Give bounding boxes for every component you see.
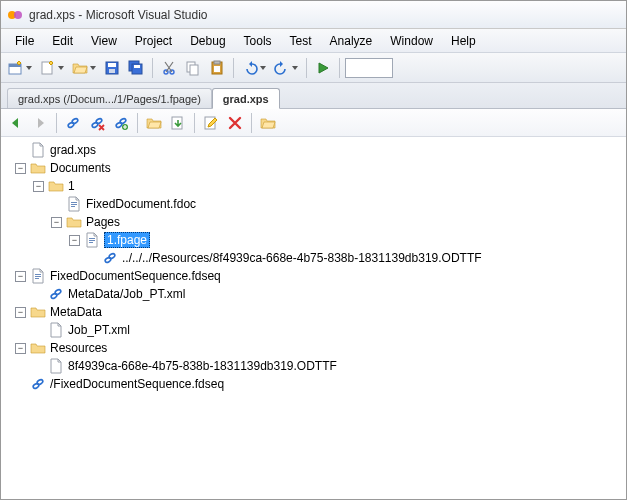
collapse-toggle[interactable]: − xyxy=(15,163,26,174)
delete-icon[interactable] xyxy=(224,112,246,134)
svg-rect-17 xyxy=(214,66,220,72)
doc-icon xyxy=(66,196,82,212)
collapse-toggle[interactable]: − xyxy=(15,307,26,318)
svg-point-34 xyxy=(108,253,115,259)
toggle-placeholder xyxy=(33,361,44,372)
separator xyxy=(56,113,57,133)
collapse-toggle[interactable]: − xyxy=(69,235,80,246)
menu-window[interactable]: Window xyxy=(382,32,441,50)
collapse-toggle[interactable]: − xyxy=(51,217,62,228)
folder-icon xyxy=(30,160,46,176)
toggle-placeholder xyxy=(15,145,26,156)
tree-node[interactable]: −Documents xyxy=(7,159,620,177)
paste-icon[interactable] xyxy=(206,57,228,79)
folder-icon xyxy=(30,304,46,320)
svg-rect-29 xyxy=(71,206,75,207)
separator xyxy=(194,113,195,133)
collapse-toggle[interactable]: − xyxy=(33,181,44,192)
start-icon[interactable] xyxy=(312,57,334,79)
svg-rect-35 xyxy=(35,274,41,275)
tree-node[interactable]: −Resources xyxy=(7,339,620,357)
doc-icon xyxy=(84,232,100,248)
collapse-toggle[interactable]: − xyxy=(15,343,26,354)
tree-node[interactable]: 8f4939ca-668e-4b75-838b-1831139db319.ODT… xyxy=(7,357,620,375)
export-icon[interactable] xyxy=(167,112,189,134)
save-all-icon[interactable] xyxy=(125,57,147,79)
menu-debug[interactable]: Debug xyxy=(182,32,233,50)
svg-rect-14 xyxy=(190,65,198,75)
link-icon xyxy=(48,286,64,302)
open-folder-icon[interactable] xyxy=(257,112,279,134)
tree-node[interactable]: −MetaData xyxy=(7,303,620,321)
tree-node[interactable]: FixedDocument.fdoc xyxy=(7,195,620,213)
folder-open-icon[interactable] xyxy=(143,112,165,134)
toggle-placeholder xyxy=(15,379,26,390)
menu-analyze[interactable]: Analyze xyxy=(322,32,381,50)
tree-node[interactable]: Job_PT.xml xyxy=(7,321,620,339)
tree-label: 1.fpage xyxy=(104,232,150,248)
tree-label: FixedDocumentSequence.fdseq xyxy=(50,269,221,283)
back-icon[interactable] xyxy=(5,112,27,134)
tab-inactive[interactable]: grad.xps (/Docum.../1/Pages/1.fpage) xyxy=(7,88,212,108)
file-icon xyxy=(48,322,64,338)
cut-icon[interactable] xyxy=(158,57,180,79)
collapse-toggle[interactable]: − xyxy=(15,271,26,282)
tree-node[interactable]: −1 xyxy=(7,177,620,195)
tree-node[interactable]: grad.xps xyxy=(7,141,620,159)
window-title: grad.xps - Microsoft Visual Studio xyxy=(29,8,208,22)
menu-project[interactable]: Project xyxy=(127,32,180,50)
tree-label: /FixedDocumentSequence.fdseq xyxy=(50,377,224,391)
svg-point-41 xyxy=(36,379,43,385)
new-project-icon[interactable] xyxy=(5,57,35,79)
tree-label: Resources xyxy=(50,341,107,355)
undo-icon[interactable] xyxy=(239,57,269,79)
menu-tools[interactable]: Tools xyxy=(236,32,280,50)
tree-view[interactable]: grad.xps−Documents−1FixedDocument.fdoc−P… xyxy=(1,137,626,499)
tree-label: FixedDocument.fdoc xyxy=(86,197,196,211)
file-icon xyxy=(48,358,64,374)
toggle-placeholder xyxy=(51,199,62,210)
tree-node[interactable]: −1.fpage xyxy=(7,231,620,249)
tree-node[interactable]: −Pages xyxy=(7,213,620,231)
separator xyxy=(339,58,340,78)
link-add-icon[interactable] xyxy=(110,112,132,134)
add-item-icon[interactable] xyxy=(37,57,67,79)
redo-icon[interactable] xyxy=(271,57,301,79)
separator xyxy=(233,58,234,78)
folder-icon xyxy=(48,178,64,194)
tab-active[interactable]: grad.xps xyxy=(212,88,280,109)
separator xyxy=(306,58,307,78)
menu-file[interactable]: File xyxy=(7,32,42,50)
svg-point-19 xyxy=(71,117,78,123)
tree-node[interactable]: ../../../Resources/8f4939ca-668e-4b75-83… xyxy=(7,249,620,267)
find-box[interactable] xyxy=(345,58,393,78)
svg-point-23 xyxy=(119,117,126,123)
toggle-placeholder xyxy=(87,253,98,264)
tree-label: grad.xps xyxy=(50,143,96,157)
edit-icon[interactable] xyxy=(200,112,222,134)
toggle-placeholder xyxy=(33,289,44,300)
tree-node[interactable]: MetaData/Job_PT.xml xyxy=(7,285,620,303)
svg-rect-37 xyxy=(35,278,39,279)
separator xyxy=(251,113,252,133)
tree-node[interactable]: /FixedDocumentSequence.fdseq xyxy=(7,375,620,393)
menu-test[interactable]: Test xyxy=(282,32,320,50)
toggle-placeholder xyxy=(33,325,44,336)
menu-view[interactable]: View xyxy=(83,32,125,50)
document-area: grad.xps−Documents−1FixedDocument.fdoc−P… xyxy=(1,109,626,499)
tree-label: ../../../Resources/8f4939ca-668e-4b75-83… xyxy=(122,251,482,265)
link-icon[interactable] xyxy=(62,112,84,134)
copy-icon[interactable] xyxy=(182,57,204,79)
menu-bar: FileEditViewProjectDebugToolsTestAnalyze… xyxy=(1,29,626,53)
tree-label: 1 xyxy=(68,179,75,193)
separator xyxy=(137,113,138,133)
folder-icon xyxy=(30,340,46,356)
tree-node[interactable]: −FixedDocumentSequence.fdseq xyxy=(7,267,620,285)
open-icon[interactable] xyxy=(69,57,99,79)
link-remove-icon[interactable] xyxy=(86,112,108,134)
menu-help[interactable]: Help xyxy=(443,32,484,50)
forward-icon[interactable] xyxy=(29,112,51,134)
tab-strip: grad.xps (/Docum.../1/Pages/1.fpage) gra… xyxy=(1,83,626,109)
menu-edit[interactable]: Edit xyxy=(44,32,81,50)
save-icon[interactable] xyxy=(101,57,123,79)
